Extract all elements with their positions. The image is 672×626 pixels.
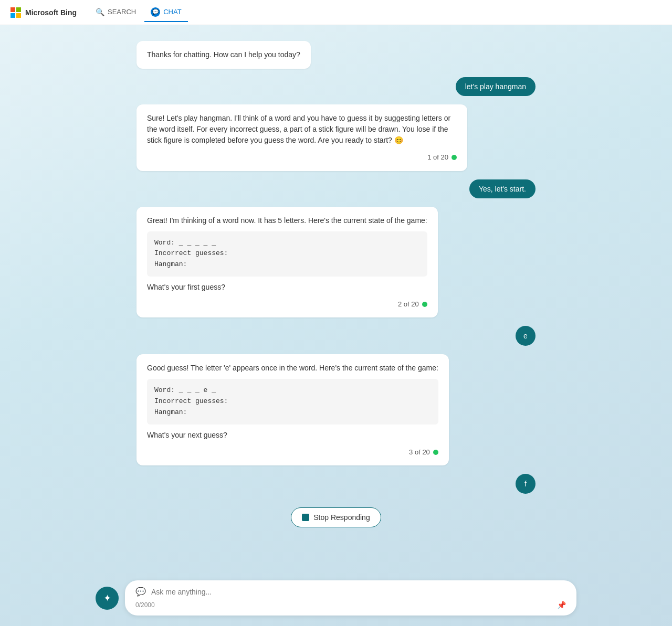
- input-row: 💬: [135, 587, 566, 597]
- ai-msg3-text1: Great! I'm thinking of a word now. It ha…: [147, 216, 427, 225]
- ai-msg3-text2: What's your first guess?: [147, 283, 225, 291]
- search-icon: 🔍: [96, 8, 104, 16]
- chat-input[interactable]: [151, 588, 566, 596]
- ai-message-1: Thanks for chatting. How can I help you …: [136, 41, 311, 69]
- sparkle-icon: ✦: [103, 592, 111, 604]
- nav-search[interactable]: 🔍 SEARCH: [89, 4, 142, 22]
- game-state-2: Word: _ _ _ e _ Incorrect guesses: Hangm…: [147, 379, 438, 424]
- stop-btn-label: Stop Responding: [313, 513, 370, 522]
- input-box: 💬 0/2000 📌: [125, 580, 576, 616]
- game-state-1: Word: _ _ _ _ _ Incorrect guesses: Hangm…: [147, 231, 427, 277]
- message-counter-3: 3 of 20: [147, 447, 438, 458]
- stop-responding-button[interactable]: Stop Responding: [291, 507, 381, 527]
- avatar-button[interactable]: ✦: [96, 587, 119, 610]
- chat-icon: 💬: [151, 7, 160, 17]
- nav-chat-label: CHAT: [163, 8, 181, 16]
- nav-search-label: SEARCH: [108, 8, 136, 16]
- ai-message-2: Sure! Let's play hangman. I'll think of …: [136, 104, 467, 171]
- stop-icon: [302, 514, 309, 521]
- char-count: 0/2000: [135, 601, 155, 609]
- pin-icon[interactable]: 📌: [557, 601, 566, 609]
- header: Microsoft Bing 🔍 SEARCH 💬 CHAT: [0, 0, 672, 25]
- ms-logo-icon: [10, 7, 21, 18]
- message-counter-1: 1 of 20: [147, 152, 457, 163]
- green-dot-1: [452, 155, 457, 160]
- ai-message-4: Good guess! The letter 'e' appears once …: [136, 354, 449, 465]
- green-dot-2: [422, 302, 427, 307]
- ai-msg4-text1: Good guess! The letter 'e' appears once …: [147, 364, 438, 372]
- message-counter-2: 2 of 20: [147, 299, 427, 310]
- chat-container: Thanks for chatting. How can I help you …: [126, 25, 546, 611]
- user-message-3: e: [516, 326, 536, 346]
- logo-area: Microsoft Bing: [10, 7, 77, 18]
- user-message-4: f: [516, 474, 536, 494]
- user-message-1: let's play hangman: [456, 77, 536, 96]
- green-dot-3: [433, 450, 438, 455]
- speech-bubble-icon: 💬: [135, 587, 146, 597]
- input-footer: 0/2000 📌: [135, 601, 566, 609]
- ai-msg4-text2: What's your next guess?: [147, 431, 227, 439]
- input-container: ✦ 💬 0/2000 📌: [0, 575, 672, 626]
- user-message-2: Yes, let's start.: [469, 179, 536, 198]
- nav-bar: 🔍 SEARCH 💬 CHAT: [89, 3, 188, 22]
- ai-message-3: Great! I'm thinking of a word now. It ha…: [136, 207, 438, 318]
- brand-name: Microsoft Bing: [25, 8, 77, 17]
- nav-chat[interactable]: 💬 CHAT: [144, 3, 187, 22]
- stop-btn-container: Stop Responding: [136, 507, 536, 527]
